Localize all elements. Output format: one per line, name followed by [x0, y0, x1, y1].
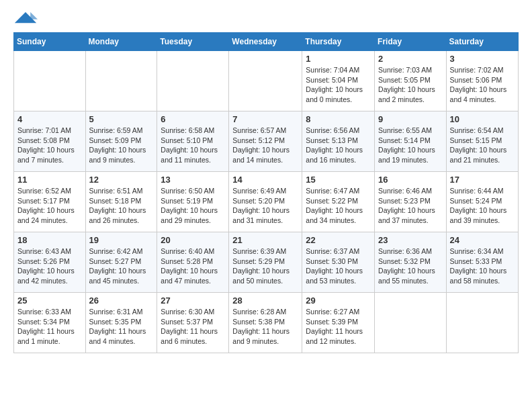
day-detail: Sunrise: 6:54 AM Sunset: 5:15 PM Dayligh…: [450, 126, 515, 165]
day-number: 24: [450, 235, 515, 245]
calendar-cell: [229, 51, 302, 111]
day-number: 11: [17, 175, 82, 185]
day-number: 25: [17, 295, 82, 306]
day-number: 5: [89, 114, 154, 124]
calendar-cell: 12Sunrise: 6:51 AM Sunset: 5:18 PM Dayli…: [85, 172, 157, 232]
calendar-cell: 20Sunrise: 6:40 AM Sunset: 5:28 PM Dayli…: [157, 232, 229, 293]
calendar-cell: 14Sunrise: 6:49 AM Sunset: 5:20 PM Dayli…: [229, 172, 302, 232]
day-detail: Sunrise: 6:47 AM Sunset: 5:22 PM Dayligh…: [306, 186, 371, 226]
weekday-header-row: SundayMondayTuesdayWednesdayThursdayFrid…: [14, 33, 519, 51]
logo-icon: [13, 11, 38, 26]
day-detail: Sunrise: 6:43 AM Sunset: 5:26 PM Dayligh…: [17, 246, 82, 286]
day-detail: Sunrise: 6:46 AM Sunset: 5:23 PM Dayligh…: [378, 186, 443, 226]
day-number: 14: [232, 175, 298, 185]
calendar-week-row: 11Sunrise: 6:52 AM Sunset: 5:17 PM Dayli…: [14, 172, 519, 232]
day-number: 13: [161, 175, 225, 185]
day-number: 9: [378, 114, 443, 124]
day-detail: Sunrise: 6:57 AM Sunset: 5:12 PM Dayligh…: [232, 126, 298, 165]
calendar-cell: 24Sunrise: 6:34 AM Sunset: 5:33 PM Dayli…: [446, 232, 518, 293]
day-detail: Sunrise: 6:27 AM Sunset: 5:39 PM Dayligh…: [306, 307, 371, 347]
day-number: 22: [306, 235, 371, 245]
day-number: 3: [450, 54, 515, 64]
day-detail: Sunrise: 6:55 AM Sunset: 5:14 PM Dayligh…: [378, 126, 443, 165]
day-detail: Sunrise: 6:33 AM Sunset: 5:34 PM Dayligh…: [17, 307, 82, 347]
calendar-cell: 22Sunrise: 6:37 AM Sunset: 5:30 PM Dayli…: [302, 232, 375, 293]
calendar-cell: 25Sunrise: 6:33 AM Sunset: 5:34 PM Dayli…: [14, 293, 86, 353]
calendar-cell: 3Sunrise: 7:02 AM Sunset: 5:06 PM Daylig…: [446, 51, 518, 111]
calendar-cell: [157, 51, 229, 111]
day-number: 18: [17, 235, 82, 245]
page-header: [13, 11, 519, 26]
weekday-header-saturday: Saturday: [446, 33, 518, 51]
day-number: 23: [378, 235, 443, 245]
day-number: 1: [306, 54, 371, 64]
day-detail: Sunrise: 6:50 AM Sunset: 5:19 PM Dayligh…: [161, 186, 225, 226]
calendar-cell: 19Sunrise: 6:42 AM Sunset: 5:27 PM Dayli…: [85, 232, 157, 293]
svg-marker-1: [30, 12, 38, 19]
calendar-cell: [85, 51, 157, 111]
day-number: 8: [306, 114, 371, 124]
day-detail: Sunrise: 6:52 AM Sunset: 5:17 PM Dayligh…: [17, 186, 82, 226]
day-number: 29: [306, 295, 371, 306]
calendar-cell: 9Sunrise: 6:55 AM Sunset: 5:14 PM Daylig…: [375, 111, 447, 172]
calendar-cell: 5Sunrise: 6:59 AM Sunset: 5:09 PM Daylig…: [85, 111, 157, 172]
calendar-cell: 18Sunrise: 6:43 AM Sunset: 5:26 PM Dayli…: [14, 232, 86, 293]
day-detail: Sunrise: 7:04 AM Sunset: 5:04 PM Dayligh…: [306, 65, 371, 105]
calendar-cell: 29Sunrise: 6:27 AM Sunset: 5:39 PM Dayli…: [302, 293, 375, 353]
calendar-cell: 21Sunrise: 6:39 AM Sunset: 5:29 PM Dayli…: [229, 232, 302, 293]
day-detail: Sunrise: 6:56 AM Sunset: 5:13 PM Dayligh…: [306, 126, 371, 165]
weekday-header-monday: Monday: [85, 33, 157, 51]
calendar-cell: [375, 293, 447, 353]
day-detail: Sunrise: 6:39 AM Sunset: 5:29 PM Dayligh…: [232, 246, 298, 286]
calendar-week-row: 25Sunrise: 6:33 AM Sunset: 5:34 PM Dayli…: [14, 293, 519, 353]
day-number: 17: [450, 175, 515, 185]
day-number: 16: [378, 175, 443, 185]
day-detail: Sunrise: 6:30 AM Sunset: 5:37 PM Dayligh…: [161, 307, 225, 347]
day-number: 21: [232, 235, 298, 245]
day-number: 27: [161, 295, 225, 306]
day-number: 2: [378, 54, 443, 64]
calendar-cell: [14, 51, 86, 111]
weekday-header-friday: Friday: [375, 33, 447, 51]
calendar-cell: 28Sunrise: 6:28 AM Sunset: 5:38 PM Dayli…: [229, 293, 302, 353]
day-number: 12: [89, 175, 154, 185]
calendar-cell: 6Sunrise: 6:58 AM Sunset: 5:10 PM Daylig…: [157, 111, 229, 172]
calendar-cell: 1Sunrise: 7:04 AM Sunset: 5:04 PM Daylig…: [302, 51, 375, 111]
day-number: 10: [450, 114, 515, 124]
calendar-week-row: 1Sunrise: 7:04 AM Sunset: 5:04 PM Daylig…: [14, 51, 519, 111]
day-number: 4: [17, 114, 82, 124]
calendar-cell: 11Sunrise: 6:52 AM Sunset: 5:17 PM Dayli…: [14, 172, 86, 232]
day-detail: Sunrise: 6:34 AM Sunset: 5:33 PM Dayligh…: [450, 246, 515, 286]
day-number: 19: [89, 235, 154, 245]
calendar-cell: 4Sunrise: 7:01 AM Sunset: 5:08 PM Daylig…: [14, 111, 86, 172]
calendar-week-row: 18Sunrise: 6:43 AM Sunset: 5:26 PM Dayli…: [14, 232, 519, 293]
day-detail: Sunrise: 6:42 AM Sunset: 5:27 PM Dayligh…: [89, 246, 154, 286]
day-detail: Sunrise: 6:28 AM Sunset: 5:38 PM Dayligh…: [232, 307, 298, 347]
calendar-cell: 2Sunrise: 7:03 AM Sunset: 5:05 PM Daylig…: [375, 51, 447, 111]
day-number: 20: [161, 235, 225, 245]
weekday-header-tuesday: Tuesday: [157, 33, 229, 51]
calendar-cell: 15Sunrise: 6:47 AM Sunset: 5:22 PM Dayli…: [302, 172, 375, 232]
calendar-cell: 10Sunrise: 6:54 AM Sunset: 5:15 PM Dayli…: [446, 111, 518, 172]
calendar-cell: 16Sunrise: 6:46 AM Sunset: 5:23 PM Dayli…: [375, 172, 447, 232]
calendar-cell: 13Sunrise: 6:50 AM Sunset: 5:19 PM Dayli…: [157, 172, 229, 232]
calendar-table: SundayMondayTuesdayWednesdayThursdayFrid…: [13, 32, 519, 353]
day-number: 7: [232, 114, 298, 124]
day-detail: Sunrise: 6:59 AM Sunset: 5:09 PM Dayligh…: [89, 126, 154, 165]
day-number: 15: [306, 175, 371, 185]
day-detail: Sunrise: 7:02 AM Sunset: 5:06 PM Dayligh…: [450, 65, 515, 105]
day-detail: Sunrise: 6:58 AM Sunset: 5:10 PM Dayligh…: [161, 126, 225, 165]
calendar-cell: 27Sunrise: 6:30 AM Sunset: 5:37 PM Dayli…: [157, 293, 229, 353]
day-number: 26: [89, 295, 154, 306]
calendar-cell: 23Sunrise: 6:36 AM Sunset: 5:32 PM Dayli…: [375, 232, 447, 293]
weekday-header-thursday: Thursday: [302, 33, 375, 51]
day-detail: Sunrise: 6:51 AM Sunset: 5:18 PM Dayligh…: [89, 186, 154, 226]
weekday-header-sunday: Sunday: [14, 33, 86, 51]
day-detail: Sunrise: 7:01 AM Sunset: 5:08 PM Dayligh…: [17, 126, 82, 165]
day-detail: Sunrise: 6:44 AM Sunset: 5:24 PM Dayligh…: [450, 186, 515, 226]
calendar-week-row: 4Sunrise: 7:01 AM Sunset: 5:08 PM Daylig…: [14, 111, 519, 172]
day-detail: Sunrise: 7:03 AM Sunset: 5:05 PM Dayligh…: [378, 65, 443, 105]
calendar-cell: 8Sunrise: 6:56 AM Sunset: 5:13 PM Daylig…: [302, 111, 375, 172]
calendar-cell: [446, 293, 518, 353]
day-detail: Sunrise: 6:31 AM Sunset: 5:35 PM Dayligh…: [89, 307, 154, 347]
